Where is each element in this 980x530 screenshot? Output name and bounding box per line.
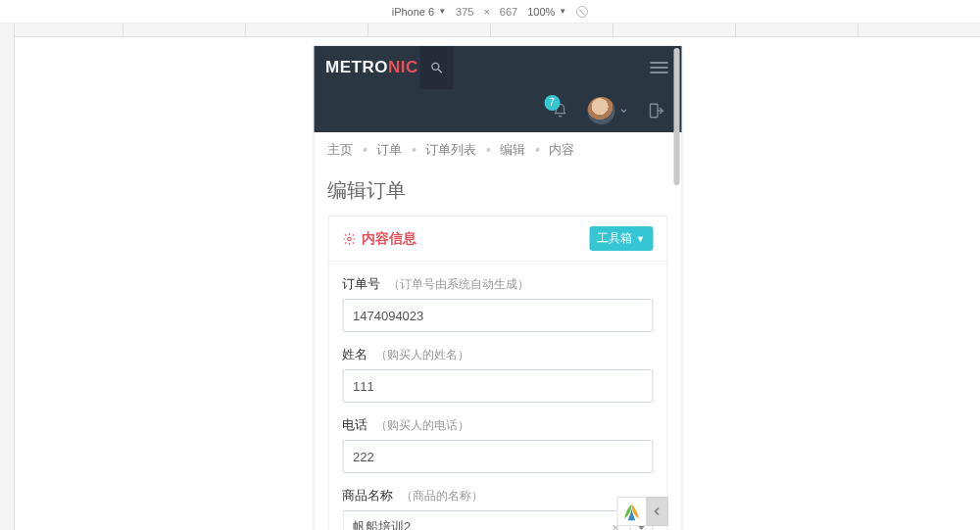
search-icon [430,61,444,74]
device-canvas: METRONIC 7 [15,37,980,530]
dimension-separator: × [483,6,489,18]
name-input[interactable] [342,369,653,403]
content-portlet: 内容信息 工具箱 ▼ 订单号 （订单号由系统自动生成） 姓名 [327,216,667,530]
portlet-title-text: 内容信息 [362,230,416,248]
zoom-value: 100% [527,6,555,18]
dropdown-caret-icon: ▼ [559,7,566,16]
yii-collapse-button[interactable] [646,497,667,526]
chevron-left-icon [651,506,662,517]
portlet-body: 订单号 （订单号由系统自动生成） 姓名 （购买人的姓名） 电话 （购买人 [328,262,666,530]
throttling-icon[interactable] [576,6,588,18]
label-hint: （订单号由系统自动生成） [388,277,529,291]
portlet-title: 内容信息 [342,230,416,248]
field-phone: 电话 （购买人的电话） [342,416,653,473]
viewport-width[interactable]: 375 [456,6,473,18]
device-name: iPhone 6 [392,6,434,18]
notification-badge: 7 [544,95,560,111]
page-title: 编辑订单 [314,168,681,216]
name-label: 姓名 （购买人的姓名） [342,346,653,363]
phone-input[interactable] [342,440,653,473]
dropdown-caret-icon: ▼ [438,7,446,16]
app-header-actions: 7 [314,89,681,132]
breadcrumb-item[interactable]: 订单列表 [425,141,476,159]
brand-logo[interactable]: METRONIC [325,58,418,77]
toolbox-label: 工具箱 [597,230,632,247]
yii-logo[interactable] [616,497,646,526]
yii-debug-toolbar [616,496,667,527]
brand-part2: NIC [388,58,418,76]
phone-label: 电话 （购买人的电话） [342,416,653,434]
label-text: 商品名称 [342,488,393,503]
toolbox-button[interactable]: 工具箱 ▼ [589,226,653,251]
svg-point-4 [347,237,351,241]
zoom-select[interactable]: 100% ▼ [527,6,566,18]
product-select[interactable]: 帆船培训2 × [342,510,653,530]
viewport-height[interactable]: 667 [500,6,517,18]
order-no-label: 订单号 （订单号由系统自动生成） [342,275,653,293]
phone-viewport: METRONIC 7 [314,46,681,530]
product-select-display: 帆船培训2 × [342,510,629,530]
device-select[interactable]: iPhone 6 ▼ [392,6,446,18]
svg-line-1 [438,70,442,73]
breadcrumb-separator-icon [535,148,539,152]
field-name: 姓名 （购买人的姓名） [342,346,653,403]
avatar [587,97,614,124]
breadcrumb-item[interactable]: 主页 [327,141,353,159]
product-select-value: 帆船培训2 [353,518,411,530]
scrollbar-thumb[interactable] [673,48,679,185]
notifications-button[interactable]: 7 [540,89,579,132]
breadcrumb-item[interactable]: 订单 [376,141,402,159]
label-hint: （购买人的姓名） [375,348,469,361]
breadcrumb-separator-icon [486,148,490,152]
breadcrumb-separator-icon [412,148,416,152]
label-text: 电话 [342,417,368,432]
breadcrumb: 主页 订单 订单列表 编辑 内容 [314,132,681,168]
yii-logo-icon [621,501,643,522]
product-label: 商品名称 （商品的名称） [342,487,653,505]
breadcrumb-item[interactable]: 内容 [549,141,574,159]
breadcrumb-separator-icon [363,148,367,152]
svg-point-0 [432,63,439,70]
header-left: METRONIC [325,46,454,89]
field-order-no: 订单号 （订单号由系统自动生成） [342,275,653,332]
devtools-device-bar: iPhone 6 ▼ 375 × 667 100% ▼ [0,0,980,24]
field-product: 商品名称 （商品的名称） 帆船培训2 × [342,487,653,530]
label-hint: （商品的名称） [401,489,483,503]
chevron-down-icon: ▼ [636,234,645,244]
logout-icon [647,102,664,120]
label-text: 订单号 [342,276,380,291]
chevron-down-icon [618,106,628,116]
app-header: METRONIC [314,46,681,89]
search-button[interactable] [420,46,454,89]
label-hint: （购买人的电话） [375,418,469,432]
ruler-vertical [0,24,15,530]
order-no-input[interactable] [342,299,653,332]
svg-rect-2 [650,104,658,118]
portlet-header: 内容信息 工具箱 ▼ [328,217,666,262]
breadcrumb-item[interactable]: 编辑 [500,141,525,159]
brand-part1: METRO [325,58,388,76]
user-menu[interactable] [581,89,634,132]
vertical-scrollbar[interactable] [669,48,679,528]
label-text: 姓名 [342,347,368,361]
gear-icon [342,232,356,246]
ruler-horizontal [15,24,980,37]
